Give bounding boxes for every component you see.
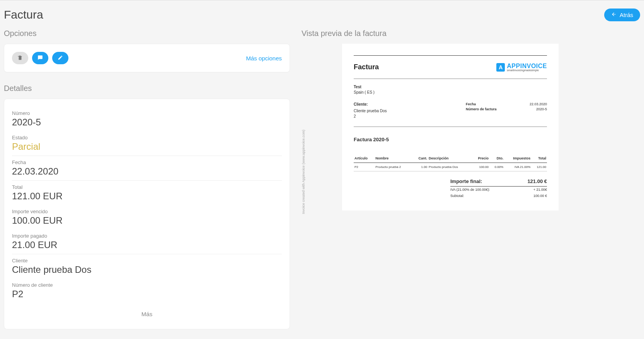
page-title: Factura — [4, 8, 43, 21]
subtotal-value: 100.00 € — [533, 194, 547, 198]
edit-button[interactable] — [52, 52, 68, 64]
details-section-title: Detalles — [4, 84, 290, 93]
date-value: 22.03.2020 — [12, 166, 282, 177]
options-section-title: Opciones — [4, 29, 290, 38]
td-article: P2 — [354, 163, 375, 171]
td-tax: IVA 21.00% — [504, 163, 531, 171]
th-desc: Descripción — [428, 154, 472, 163]
app-logo-icon: A — [496, 63, 505, 72]
comment-button[interactable] — [32, 52, 48, 64]
td-desc: Producto prueba Dos — [428, 163, 472, 171]
invoice-totals: Importe final: 121.00 € IVA (21.00% de 1… — [450, 177, 547, 199]
number-value: 2020-5 — [12, 117, 282, 128]
back-button-label: Atrás — [620, 12, 633, 18]
options-card: Más opciones — [4, 44, 290, 72]
td-discount: 0.00% — [489, 163, 504, 171]
client-heading: Cliente: — [354, 102, 387, 106]
th-qty: Cant. — [413, 154, 428, 163]
preview-client-number: 2 — [354, 114, 387, 118]
preview-watermark: Invoice created with Appinvoice (www.app… — [302, 130, 305, 214]
iva-value: + 21.00€ — [533, 188, 547, 192]
app-logo: A APPINVOICE smartinvoicingmadesimple — [496, 63, 547, 72]
td-total: 121.00 — [531, 163, 547, 171]
delete-button[interactable] — [12, 52, 28, 64]
total-label: Total — [12, 184, 282, 190]
client-number-value: P2 — [12, 289, 282, 300]
paid-value: 21.00 EUR — [12, 240, 282, 250]
client-value: Cliente prueba Dos — [12, 264, 282, 275]
pencil-icon — [58, 55, 63, 62]
table-row: P2 Producto prueba 2 1.00 Producto prueb… — [354, 163, 547, 171]
sender-name: Test — [354, 85, 547, 89]
back-button[interactable]: Atrás — [604, 9, 640, 21]
total-value: 121.00 EUR — [12, 191, 282, 202]
sender-country: Spain ( ES ) — [354, 90, 547, 94]
status-value: Parcial — [12, 141, 282, 152]
arrow-left-icon — [611, 12, 617, 18]
subtotal-label: Subtotal: — [450, 194, 464, 198]
invoice-title: Factura — [354, 63, 379, 71]
trash-icon — [17, 55, 23, 62]
th-price: Precio — [472, 154, 489, 163]
th-total: Total — [531, 154, 547, 163]
th-discount: Dto. — [489, 154, 504, 163]
td-price: 100.00 — [472, 163, 489, 171]
client-number-label: Número de cliente — [12, 282, 282, 288]
preview-client-name: Cliente prueba Dos — [354, 109, 387, 113]
details-card: Número 2020-5 Estado Parcial Fecha 22.03… — [4, 99, 290, 329]
meta-invnum-label: Número de factura — [466, 107, 508, 111]
number-label: Número — [12, 110, 282, 116]
due-label: Importe vencido — [12, 209, 282, 214]
td-qty: 1.00 — [413, 163, 428, 171]
meta-invnum-value: 2020-5 — [524, 107, 547, 111]
invoice-preview: Factura A APPINVOICE smartinvoicingmades… — [342, 44, 559, 211]
iva-label: IVA (21.00% de 100.00€): — [450, 188, 490, 192]
preview-section-title: Vista previa de la factura — [302, 29, 640, 38]
meta-date-label: Fecha — [466, 102, 508, 106]
meta-date-value: 22.03.2020 — [524, 102, 547, 106]
th-name: Nombre — [375, 154, 413, 163]
final-label: Importe final: — [450, 178, 482, 184]
th-article: Artículo — [354, 154, 375, 163]
more-options-link[interactable]: Más opciones — [246, 55, 282, 62]
th-tax: Impuestos — [504, 154, 531, 163]
status-label: Estado — [12, 135, 282, 140]
client-label: Cliente — [12, 258, 282, 264]
td-name: Producto prueba 2 — [375, 163, 413, 171]
chat-icon — [37, 55, 43, 62]
paid-label: Importe pagado — [12, 233, 282, 239]
final-value: 121.00 € — [527, 178, 547, 184]
date-label: Fecha — [12, 159, 282, 165]
invoice-items-table: Artículo Nombre Cant. Descripción Precio… — [354, 154, 547, 171]
invoice-heading: Factura 2020-5 — [354, 137, 547, 142]
more-details-link[interactable]: Más — [12, 311, 282, 317]
due-value: 100.00 EUR — [12, 215, 282, 226]
